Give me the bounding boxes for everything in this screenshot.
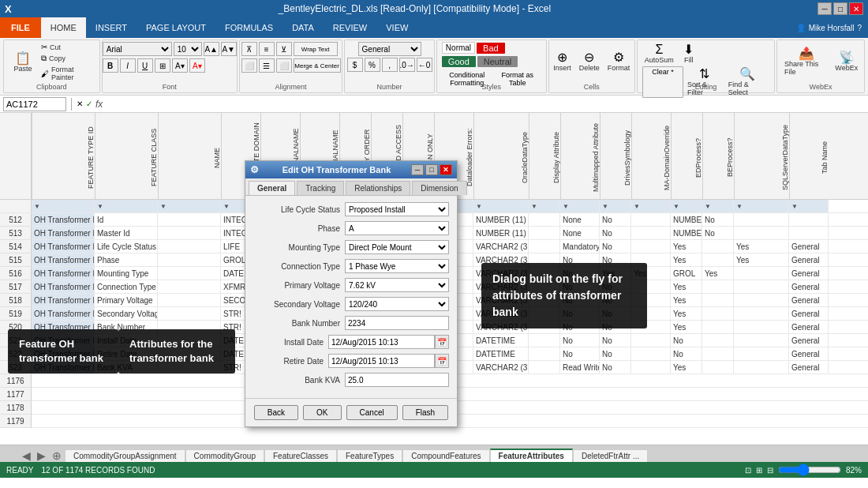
- filter-col-c[interactable]: ▼: [158, 200, 221, 212]
- cell-515-q[interactable]: [702, 253, 734, 266]
- cell-521-p[interactable]: No: [671, 334, 702, 347]
- border-button[interactable]: ⊞: [155, 58, 170, 73]
- cell-519-s[interactable]: General: [789, 307, 829, 320]
- cell-513-p[interactable]: NUMBER (12): [671, 227, 702, 239]
- cell-516-c[interactable]: [158, 267, 221, 280]
- cell-517-p[interactable]: Yes: [671, 280, 702, 293]
- cell-517-k[interactable]: VARCHAR2 (32): [473, 280, 529, 293]
- cell-521-b[interactable]: Install Date: [95, 334, 158, 347]
- cell-513-k[interactable]: NUMBER (11): [473, 227, 529, 239]
- cell-523-b[interactable]: Bank KVA: [95, 361, 158, 374]
- zoom-slider[interactable]: [778, 466, 841, 474]
- align-top-button[interactable]: ⊼: [241, 42, 257, 56]
- cell-517-q[interactable]: [702, 280, 734, 293]
- cell-517-r[interactable]: [734, 280, 789, 293]
- dialog-close-button[interactable]: ✕: [440, 164, 452, 175]
- tab-page-layout[interactable]: PAGE LAYOUT: [137, 17, 215, 38]
- cell-515-r[interactable]: Yes: [734, 253, 789, 266]
- lifecycle-select[interactable]: Proposed Install: [345, 202, 449, 216]
- format-painter-button[interactable]: 🖌 Format Painter: [39, 65, 95, 82]
- cancel-formula-button[interactable]: ✕: [77, 99, 83, 108]
- mounting-type-select[interactable]: Direct Pole Mount: [345, 240, 449, 254]
- clear-button[interactable]: Clear *: [642, 66, 683, 98]
- percent-button[interactable]: $: [347, 58, 363, 72]
- add-sheet-button[interactable]: ⊕: [49, 449, 65, 462]
- cell-512-q[interactable]: No: [702, 213, 734, 226]
- cell-523-n[interactable]: No: [600, 361, 631, 374]
- cell-514-p[interactable]: Yes: [671, 240, 702, 253]
- sheet-tab-feature-classes[interactable]: FeatureClasses: [264, 449, 337, 462]
- cell-514-l[interactable]: [529, 240, 560, 253]
- scroll-sheets-left[interactable]: ◀: [19, 449, 34, 462]
- retire-date-input[interactable]: [328, 354, 435, 368]
- align-left-button[interactable]: ⬜: [241, 58, 257, 73]
- cell-516-a[interactable]: OH Transformer Bank: [32, 267, 95, 280]
- cell-523-a[interactable]: OH Transformer Bank: [32, 361, 95, 374]
- sheet-tab-commodity-group[interactable]: CommodityGroup: [185, 449, 264, 462]
- cell-514-s[interactable]: General: [789, 240, 829, 253]
- cell-512-b[interactable]: Id: [95, 213, 158, 226]
- install-date-calendar-button[interactable]: 📅: [435, 335, 449, 349]
- cell-518-l[interactable]: [529, 294, 560, 306]
- primary-voltage-select[interactable]: 7.62 kV: [345, 278, 449, 292]
- cell-522-q[interactable]: [702, 347, 734, 360]
- cell-518-r[interactable]: [734, 294, 789, 306]
- cell-521-r[interactable]: [734, 334, 789, 347]
- dialog-tab-tracking[interactable]: Tracking: [297, 181, 344, 195]
- bank-kva-input[interactable]: [345, 373, 449, 387]
- filter-col-b[interactable]: ▼: [95, 200, 158, 212]
- cell-512-n[interactable]: No: [600, 213, 631, 226]
- dialog-tab-dimension[interactable]: Dimension: [412, 181, 466, 195]
- underline-button[interactable]: U: [137, 58, 153, 73]
- cell-520-a[interactable]: OH Transformer Bank: [32, 321, 95, 333]
- cell-521-q[interactable]: [702, 334, 734, 347]
- insert-cells-button[interactable]: ⊕ Insert: [551, 50, 574, 73]
- cell-517-c[interactable]: [158, 280, 221, 293]
- dialog-minimize-button[interactable]: ─: [411, 164, 424, 175]
- currency-button[interactable]: ,: [382, 58, 398, 72]
- cell-522-s[interactable]: General: [789, 347, 829, 360]
- fill-color-button[interactable]: A▾: [172, 58, 188, 73]
- cell-520-p[interactable]: Yes: [671, 321, 702, 333]
- cell-515-c[interactable]: [158, 253, 221, 266]
- font-name-select[interactable]: Arial: [103, 42, 172, 56]
- cell-523-s[interactable]: General: [789, 361, 829, 374]
- cell-513-b[interactable]: Master Id: [95, 227, 158, 239]
- tab-insert[interactable]: INSERT: [86, 17, 137, 38]
- cell-515-l[interactable]: [529, 253, 560, 266]
- confirm-formula-button[interactable]: ✓: [86, 99, 92, 108]
- view-page-break-icon[interactable]: ⊟: [767, 466, 773, 475]
- cell-523-c[interactable]: [158, 361, 221, 374]
- cell-519-b[interactable]: Secondary Voltage: [95, 307, 158, 320]
- cell-518-q[interactable]: [702, 294, 734, 306]
- cell-520-k[interactable]: VARCHAR2 (32): [473, 321, 529, 333]
- cell-512-s[interactable]: [789, 213, 829, 226]
- cell-519-k[interactable]: VARCHAR2 (32): [473, 307, 529, 320]
- cell-520-c[interactable]: [158, 321, 221, 333]
- cell-512-a[interactable]: OH Transformer Bank: [32, 213, 95, 226]
- secondary-voltage-select[interactable]: 120/240: [345, 297, 449, 311]
- cell-521-o[interactable]: [631, 334, 671, 347]
- cell-522-o[interactable]: [631, 347, 671, 360]
- cell-519-q[interactable]: [702, 307, 734, 320]
- filter-col-n[interactable]: ▼: [600, 200, 631, 212]
- cell-513-q[interactable]: No: [702, 227, 734, 239]
- cell-515-m[interactable]: No: [560, 253, 600, 266]
- italic-button[interactable]: I: [120, 58, 136, 73]
- cell-512-c[interactable]: [158, 213, 221, 226]
- restore-button[interactable]: □: [833, 2, 847, 15]
- cell-512-p[interactable]: NUMBER (12): [671, 213, 702, 226]
- cell-512-o[interactable]: [631, 213, 671, 226]
- cell-513-a[interactable]: OH Transformer Bank: [32, 227, 95, 239]
- tab-review[interactable]: REVIEW: [324, 17, 376, 38]
- webex-button[interactable]: 📡 WebEx: [833, 50, 859, 73]
- cell-519-o[interactable]: [631, 307, 671, 320]
- sheet-tab-feature-attributes[interactable]: FeatureAttributes: [490, 449, 573, 462]
- cell-513-s[interactable]: [789, 227, 829, 239]
- filter-col-r[interactable]: ▼: [734, 200, 789, 212]
- cell-519-l[interactable]: [529, 307, 560, 320]
- tab-view[interactable]: VIEW: [376, 17, 417, 38]
- fill-button[interactable]: ⬇ Fill: [678, 42, 700, 66]
- tab-data[interactable]: DATA: [282, 17, 324, 38]
- cell-518-c[interactable]: [158, 294, 221, 306]
